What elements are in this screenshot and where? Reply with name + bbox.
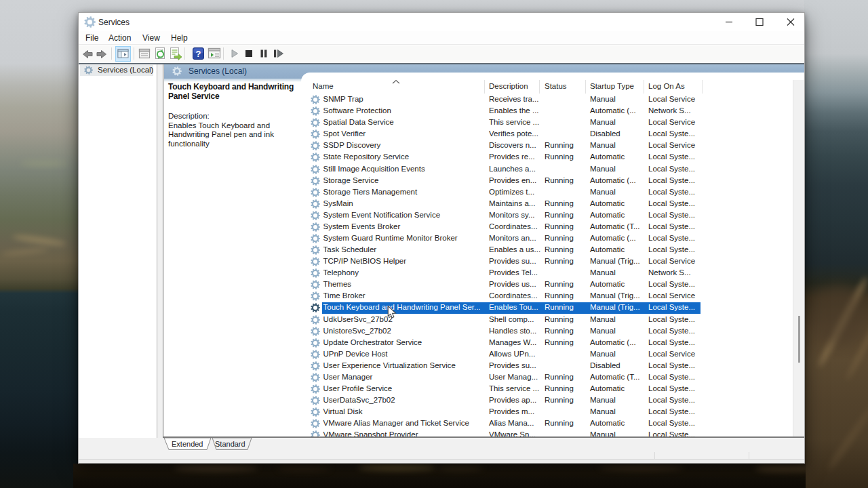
svg-text:?: ? [196,49,201,59]
